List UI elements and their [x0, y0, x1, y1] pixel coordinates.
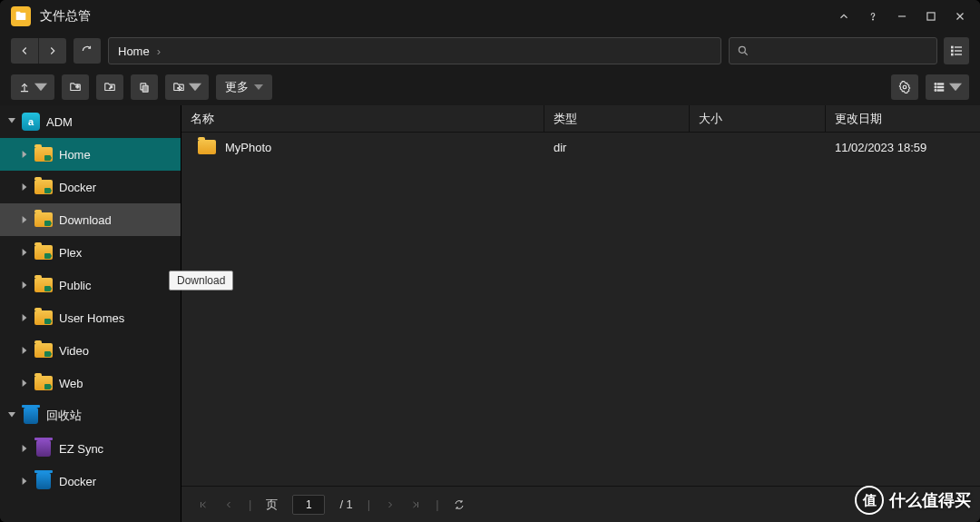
breadcrumb-item[interactable]: Home — [118, 44, 150, 58]
refresh-button[interactable] — [74, 38, 101, 64]
sidebar-item-docker[interactable]: Docker — [0, 171, 181, 203]
breadcrumb[interactable]: Home › — [108, 37, 721, 64]
column-header-date[interactable]: 更改日期 — [826, 105, 980, 132]
tree-label: Video — [59, 344, 89, 358]
svg-marker-43 — [23, 445, 27, 452]
expand-icon[interactable] — [18, 379, 31, 387]
tree-label: User Homes — [59, 311, 124, 325]
file-name: MyPhoto — [225, 141, 271, 154]
reload-button[interactable] — [454, 499, 465, 510]
tree-node-recycle[interactable]: 回收站 — [0, 399, 181, 432]
expand-icon[interactable] — [18, 445, 31, 452]
svg-point-2 — [873, 19, 874, 20]
sidebar-item-web[interactable]: Web — [0, 367, 181, 399]
upload-button[interactable] — [11, 74, 54, 100]
svg-rect-12 — [955, 46, 962, 47]
svg-marker-39 — [23, 314, 27, 321]
app-icon — [11, 6, 31, 26]
svg-line-8 — [745, 53, 748, 55]
folder-icon — [34, 343, 53, 358]
next-page-button[interactable] — [385, 499, 396, 510]
sidebar-item-user-homes[interactable]: User Homes — [0, 301, 181, 334]
forward-button[interactable] — [39, 38, 66, 64]
column-header-size[interactable]: 大小 — [690, 105, 826, 132]
titlebar: 文件总管 — [0, 0, 980, 33]
close-button[interactable] — [947, 4, 973, 29]
sidebar-item-public[interactable]: Public — [0, 269, 181, 301]
svg-marker-44 — [23, 478, 27, 485]
recycle-bin-icon — [24, 408, 38, 424]
tree-label: Public — [59, 279, 91, 292]
folder-icon — [34, 376, 53, 390]
tree-label: Home — [59, 148, 91, 162]
list-view-button[interactable] — [926, 74, 969, 100]
maximize-button[interactable] — [918, 4, 944, 29]
expand-icon[interactable] — [18, 216, 31, 223]
share-folder-button[interactable]: ↗ — [96, 74, 123, 100]
svg-rect-27 — [937, 84, 943, 84]
file-row[interactable]: MyPhoto dir 11/02/2023 18:59 — [181, 133, 980, 162]
copy-button[interactable] — [131, 74, 158, 100]
expand-icon[interactable] — [18, 249, 31, 256]
sidebar-item-download[interactable]: Download — [0, 203, 181, 236]
sidebar-item-ezsync[interactable]: EZ Sync — [0, 432, 181, 465]
svg-rect-29 — [937, 86, 943, 87]
collapse-icon[interactable] — [5, 118, 18, 125]
svg-marker-33 — [8, 118, 15, 123]
svg-rect-13 — [955, 50, 962, 51]
svg-marker-23 — [254, 84, 263, 90]
expand-icon[interactable] — [18, 183, 31, 191]
search-input[interactable] — [755, 44, 929, 58]
svg-marker-40 — [23, 347, 27, 354]
svg-marker-36 — [23, 216, 27, 223]
svg-text:+: + — [76, 84, 80, 90]
prev-page-button[interactable] — [223, 499, 234, 510]
svg-marker-42 — [8, 412, 15, 418]
chevron-right-icon: › — [157, 44, 161, 58]
more-button[interactable]: 更多 — [216, 74, 272, 100]
sidebar-item-recycle-docker[interactable]: Docker — [0, 465, 181, 497]
expand-icon[interactable] — [18, 347, 31, 354]
bin-icon — [36, 440, 51, 457]
svg-point-30 — [935, 90, 936, 92]
sidebar-item-home[interactable]: Home — [0, 138, 181, 171]
column-header-name[interactable]: 名称 — [181, 105, 544, 132]
folder-icon — [34, 310, 53, 325]
column-header-row: 名称 类型 大小 更改日期 — [181, 105, 980, 133]
action-toolbar: + ↗ 更多 — [0, 69, 980, 105]
minimize-button[interactable] — [889, 4, 915, 29]
file-type: dir — [544, 133, 690, 162]
tree-node-adm[interactable]: a ADM — [0, 105, 181, 138]
first-page-button[interactable] — [198, 499, 209, 510]
svg-marker-37 — [23, 249, 27, 256]
column-header-type[interactable]: 类型 — [544, 105, 690, 132]
tree-label: Docker — [59, 475, 96, 488]
new-folder-button[interactable]: + — [62, 74, 89, 100]
expand-icon[interactable] — [18, 281, 31, 289]
collapse-button[interactable] — [831, 4, 857, 29]
file-size — [690, 133, 826, 162]
page-input[interactable] — [292, 495, 325, 515]
expand-icon[interactable] — [18, 314, 31, 321]
more-label: 更多 — [225, 79, 249, 95]
svg-point-7 — [739, 46, 745, 53]
tree-label: Download — [59, 213, 112, 227]
sidebar-item-video[interactable]: Video — [0, 334, 181, 367]
search-icon — [737, 44, 750, 57]
file-date: 11/02/2023 18:59 — [826, 133, 980, 162]
settings-button[interactable] — [891, 74, 918, 100]
move-button[interactable] — [165, 74, 209, 100]
last-page-button[interactable] — [410, 499, 421, 510]
expand-icon[interactable] — [18, 151, 31, 158]
collapse-icon[interactable] — [5, 412, 18, 419]
svg-rect-11 — [951, 54, 954, 56]
help-button[interactable] — [860, 4, 886, 29]
svg-text:↗: ↗ — [109, 84, 113, 90]
expand-icon[interactable] — [18, 478, 31, 485]
sidebar-item-plex[interactable]: Plex — [0, 236, 181, 269]
view-toggle-button[interactable] — [944, 37, 969, 64]
search-box[interactable] — [729, 37, 937, 64]
svg-point-25 — [903, 85, 906, 89]
folder-icon — [34, 147, 53, 162]
back-button[interactable] — [11, 38, 39, 64]
